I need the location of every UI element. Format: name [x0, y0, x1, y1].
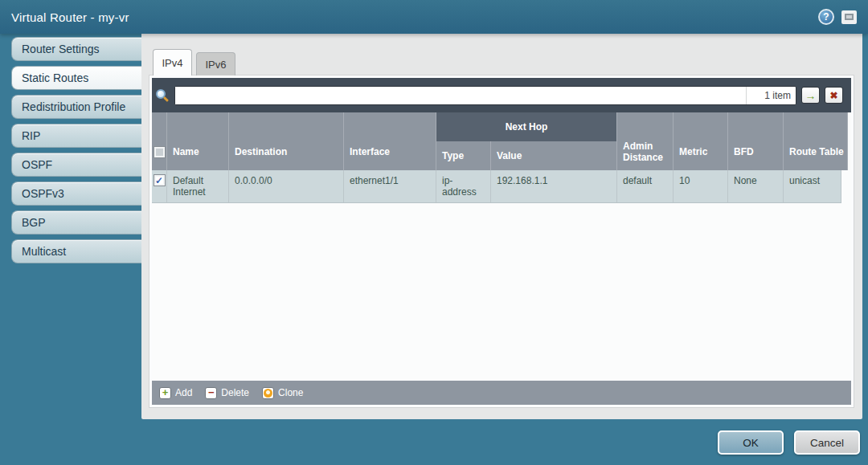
column-header-name: Name [167, 112, 229, 170]
cancel-button[interactable]: Cancel [794, 430, 860, 455]
delete-button[interactable]: − Delete [205, 387, 249, 399]
search-icon [155, 88, 170, 103]
cell-metric: 10 [674, 170, 728, 202]
clone-icon [262, 387, 274, 399]
dialog-title: Virtual Router - my-vr [11, 10, 129, 24]
cell-type: ip-address [436, 170, 491, 202]
column-header-metric: Metric [674, 112, 728, 170]
sidebar-item-ospfv3[interactable]: OSPFv3 [11, 182, 141, 206]
cell-bfd: None [728, 170, 784, 202]
select-all-checkbox[interactable] [154, 147, 165, 157]
arrow-icon: → [805, 90, 817, 101]
row-checkbox[interactable]: ✓ [154, 175, 165, 186]
sidebar-item-multicast[interactable]: Multicast [11, 239, 141, 263]
sidebar-item-router-settings[interactable]: Router Settings [11, 37, 141, 61]
sidebar-item-static-routes[interactable]: Static Routes [11, 66, 141, 90]
column-header-bfd: BFD [728, 112, 784, 170]
cell-value: 192.168.1.1 [491, 170, 617, 202]
column-header-route-table: Route Table [784, 112, 848, 170]
add-label: Add [175, 387, 192, 398]
table-footer: + Add − Delete Clone [152, 381, 851, 405]
clone-button[interactable]: Clone [262, 387, 303, 399]
close-icon: ✖ [829, 91, 837, 100]
check-icon: ✓ [155, 176, 163, 186]
apply-filter-button[interactable]: → [801, 87, 820, 104]
column-header-interface: Interface [344, 112, 436, 170]
cell-destination: 0.0.0.0/0 [229, 170, 344, 202]
column-group-next-hop: Next Hop [436, 112, 617, 141]
table-header: Name Destination Interface Next Hop Type… [152, 112, 848, 170]
row-checkbox-cell: ✓ [152, 170, 167, 202]
cell-admin-distance: default [617, 170, 674, 202]
window-icon[interactable] [841, 10, 857, 24]
column-header-value: Value [491, 141, 617, 170]
column-header-destination: Destination [229, 112, 344, 170]
sidebar-item-rip[interactable]: RIP [11, 124, 141, 148]
delete-label: Delete [221, 387, 249, 398]
sidebar-item-bgp[interactable]: BGP [11, 210, 141, 235]
tab-ipv6[interactable]: IPv6 [196, 52, 235, 75]
window-pane-glyph [845, 14, 854, 20]
tab-ipv4[interactable]: IPv4 [153, 49, 192, 75]
sidebar: Router Settings Static Routes Redistribu… [11, 37, 141, 268]
select-all-cell [152, 112, 167, 170]
search-field: 1 item [174, 86, 796, 105]
column-header-type: Type [436, 141, 491, 170]
main-panel: IPv4 IPv6 1 item → ✖ [141, 34, 862, 419]
sidebar-item-redistribution-profile[interactable]: Redistribution Profile [11, 95, 141, 119]
cell-name: Default Internet [167, 170, 229, 202]
titlebar: Virtual Router - my-vr ? [0, 0, 868, 34]
titlebar-icons: ? [818, 9, 857, 25]
sidebar-item-ospf[interactable]: OSPF [11, 153, 141, 177]
delete-icon: − [205, 387, 217, 399]
add-icon: + [159, 387, 171, 399]
clone-label: Clone [278, 387, 303, 398]
search-input[interactable] [175, 87, 746, 104]
column-header-admin-distance: Admin Distance [617, 112, 674, 170]
static-routes-panel: 1 item → ✖ Name Destination Interface Ne… [149, 75, 854, 407]
add-button[interactable]: + Add [159, 387, 192, 399]
ok-button[interactable]: OK [718, 430, 784, 455]
virtual-router-dialog: Virtual Router - my-vr ? Router Settings… [0, 0, 868, 465]
table-body: ✓ Default Internet 0.0.0.0/0 ethernet1/1… [152, 170, 851, 381]
item-count: 1 item [746, 87, 796, 104]
help-icon[interactable]: ? [818, 9, 834, 25]
filter-bar: 1 item → ✖ [152, 78, 851, 112]
cell-route-table: unicast [784, 170, 841, 202]
clear-filter-button[interactable]: ✖ [825, 87, 843, 104]
cell-interface: ethernet1/1 [344, 170, 436, 202]
table-row[interactable]: ✓ Default Internet 0.0.0.0/0 ethernet1/1… [152, 170, 841, 203]
ip-version-tabs: IPv4 IPv6 [153, 49, 235, 75]
